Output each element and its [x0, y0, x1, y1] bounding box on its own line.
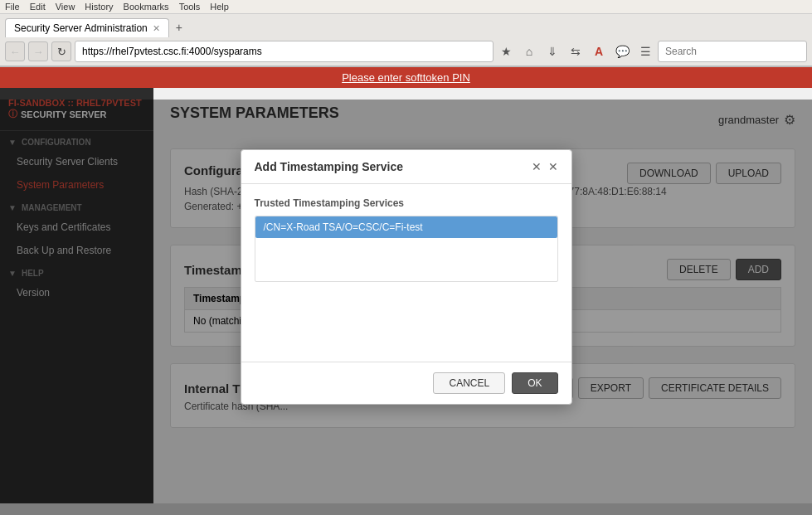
sync-icon[interactable]: ⇆ [566, 42, 585, 61]
softtoken-pin-link[interactable]: Please enter softtoken PIN [342, 71, 470, 84]
tab-title: Security Server Administration [14, 22, 148, 34]
chat-icon[interactable]: 💬 [613, 42, 631, 61]
ok-button[interactable]: OK [512, 372, 557, 394]
tab-close-icon[interactable]: ✕ [153, 23, 160, 34]
modal-section-label: Trusted Timestamping Services [255, 197, 558, 209]
browser-chrome: File Edit View History Bookmarks Tools H… [0, 0, 812, 67]
back-button[interactable]: ← [5, 41, 25, 61]
search-input[interactable] [658, 41, 807, 62]
menu-icon[interactable]: ☰ [636, 42, 654, 61]
browser-tabs: Security Server Administration ✕ + [0, 14, 812, 37]
url-bar[interactable] [75, 41, 494, 62]
modal-title: Add Timestamping Service [255, 160, 403, 173]
browser-menubar: File Edit View History Bookmarks Tools H… [0, 0, 812, 14]
menu-bookmarks[interactable]: Bookmarks [124, 2, 169, 12]
modal-list: /CN=X-Road TSA/O=CSC/C=Fi-test [255, 216, 558, 282]
home-icon[interactable]: ⌂ [520, 42, 538, 61]
menu-history[interactable]: History [85, 2, 113, 12]
add-timestamping-modal: Add Timestamping Service ✕ ✕ Trusted Tim… [241, 149, 572, 405]
menu-view[interactable]: View [56, 2, 75, 12]
notification-bar: Please enter softtoken PIN [0, 67, 812, 88]
modal-list-item-0[interactable]: /CN=X-Road TSA/O=CSC/C=Fi-test [255, 216, 557, 238]
download-icon[interactable]: ⇓ [543, 42, 562, 61]
menu-edit[interactable]: Edit [30, 2, 46, 12]
modal-close-button[interactable]: ✕ [548, 160, 558, 173]
bookmark-icon[interactable]: ★ [497, 42, 515, 61]
menu-tools[interactable]: Tools [179, 2, 201, 12]
modal-header: Add Timestamping Service ✕ ✕ [241, 150, 571, 184]
browser-tab-active[interactable]: Security Server Administration ✕ [5, 18, 169, 37]
modal-empty-space [241, 295, 571, 362]
avatar-icon[interactable]: A [590, 42, 608, 61]
browser-toolbar: ← → ↻ ★ ⌂ ⇓ ⇆ A 💬 ☰ [0, 37, 812, 66]
forward-button[interactable]: → [28, 41, 48, 61]
menu-file[interactable]: File [5, 2, 20, 12]
modal-minimize-button[interactable]: ✕ [532, 160, 542, 173]
menu-help[interactable]: Help [210, 2, 229, 12]
refresh-button[interactable]: ↻ [51, 41, 71, 61]
modal-body: Trusted Timestamping Services /CN=X-Road… [241, 184, 571, 295]
modal-footer: CANCEL OK [241, 362, 571, 404]
toolbar-icons: ★ ⌂ ⇓ ⇆ A 💬 ☰ [497, 42, 654, 61]
cancel-button[interactable]: CANCEL [433, 372, 505, 394]
modal-overlay: Add Timestamping Service ✕ ✕ Trusted Tim… [0, 100, 812, 515]
new-tab-button[interactable]: + [169, 17, 189, 37]
